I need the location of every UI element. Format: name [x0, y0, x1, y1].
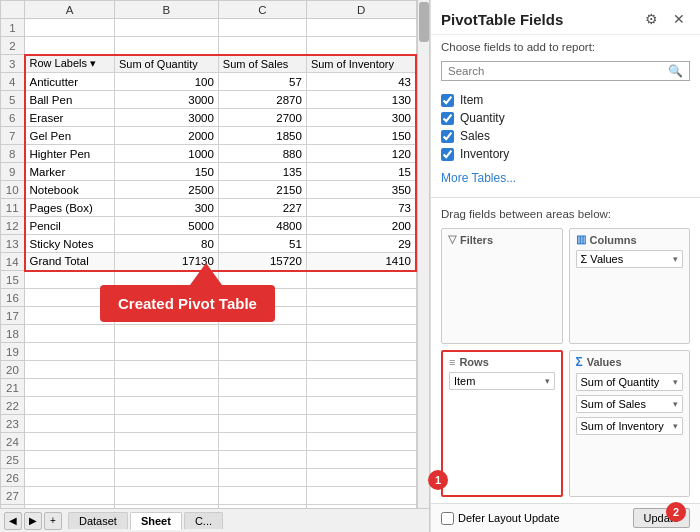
cell[interactable]: 3000 — [114, 109, 218, 127]
field-checkbox-inventory[interactable] — [441, 148, 454, 161]
values-quantity-dropdown[interactable]: ▾ — [673, 377, 678, 387]
cell[interactable] — [218, 325, 306, 343]
field-item-item[interactable]: Item — [441, 91, 690, 109]
cell[interactable] — [306, 325, 416, 343]
cell[interactable]: 2870 — [218, 91, 306, 109]
cell[interactable]: Anticutter — [25, 73, 115, 91]
cell[interactable] — [25, 397, 115, 415]
cell[interactable] — [25, 289, 115, 307]
settings-icon-btn[interactable]: ⚙ — [640, 8, 662, 30]
cell[interactable] — [218, 379, 306, 397]
defer-layout-check[interactable]: Defer Layout Update — [441, 512, 560, 525]
cell[interactable] — [306, 19, 416, 37]
cell[interactable]: Grand Total — [25, 253, 115, 271]
cell[interactable]: Pencil — [25, 217, 115, 235]
cell[interactable]: 100 — [114, 73, 218, 91]
cell[interactable]: 2150 — [218, 181, 306, 199]
cell[interactable]: 80 — [114, 235, 218, 253]
cell[interactable]: 227 — [218, 199, 306, 217]
cell[interactable] — [114, 19, 218, 37]
tab-prev-btn[interactable]: ◀ — [4, 512, 22, 530]
cell[interactable]: Sticky Notes — [25, 235, 115, 253]
cell[interactable] — [25, 361, 115, 379]
cell[interactable] — [218, 433, 306, 451]
cell[interactable]: 150 — [306, 127, 416, 145]
cell[interactable]: 4800 — [218, 217, 306, 235]
cell[interactable]: 300 — [114, 199, 218, 217]
columns-values-item[interactable]: Σ Values ▾ — [576, 250, 684, 268]
cell[interactable] — [114, 379, 218, 397]
field-checkbox-sales[interactable] — [441, 130, 454, 143]
cell[interactable] — [218, 289, 306, 307]
tab-dataset[interactable]: Dataset — [68, 512, 128, 529]
cell[interactable]: Notebook — [25, 181, 115, 199]
cell[interactable] — [25, 433, 115, 451]
search-box[interactable]: 🔍 — [441, 61, 690, 81]
cell[interactable] — [25, 487, 115, 505]
cell[interactable]: 57 — [218, 73, 306, 91]
cell[interactable]: 2500 — [114, 181, 218, 199]
cell[interactable] — [25, 415, 115, 433]
cell[interactable] — [114, 343, 218, 361]
cell[interactable] — [218, 397, 306, 415]
values-inventory-item[interactable]: Sum of Inventory ▾ — [576, 417, 684, 435]
cell[interactable]: 29 — [306, 235, 416, 253]
cell[interactable]: 2700 — [218, 109, 306, 127]
cell[interactable] — [25, 451, 115, 469]
cell[interactable] — [218, 271, 306, 289]
rows-item-item[interactable]: Item ▾ — [449, 372, 555, 390]
cell[interactable]: Marker — [25, 163, 115, 181]
cell[interactable]: Highter Pen — [25, 145, 115, 163]
values-sales-dropdown[interactable]: ▾ — [673, 399, 678, 409]
cell[interactable]: 2000 — [114, 127, 218, 145]
cell[interactable] — [114, 307, 218, 325]
field-checkbox-item[interactable] — [441, 94, 454, 107]
cell[interactable] — [306, 307, 416, 325]
field-item-quantity[interactable]: Quantity — [441, 109, 690, 127]
more-tables-link[interactable]: More Tables... — [431, 169, 700, 193]
cell[interactable] — [306, 469, 416, 487]
cell[interactable]: 350 — [306, 181, 416, 199]
cell[interactable] — [114, 415, 218, 433]
cell[interactable]: 200 — [306, 217, 416, 235]
vertical-scrollbar[interactable] — [417, 0, 429, 508]
values-quantity-item[interactable]: Sum of Quantity ▾ — [576, 373, 684, 391]
values-inventory-dropdown[interactable]: ▾ — [673, 421, 678, 431]
field-item-inventory[interactable]: Inventory — [441, 145, 690, 163]
rows-dropdown-icon[interactable]: ▾ — [545, 376, 550, 386]
cell[interactable] — [114, 451, 218, 469]
cell[interactable] — [114, 289, 218, 307]
cell[interactable]: 1000 — [114, 145, 218, 163]
field-item-sales[interactable]: Sales — [441, 127, 690, 145]
cell[interactable] — [306, 361, 416, 379]
cell[interactable]: Ball Pen — [25, 91, 115, 109]
field-checkbox-quantity[interactable] — [441, 112, 454, 125]
cell[interactable] — [114, 361, 218, 379]
cell[interactable] — [218, 307, 306, 325]
cell[interactable]: 120 — [306, 145, 416, 163]
cell[interactable]: Eraser — [25, 109, 115, 127]
cell[interactable] — [306, 271, 416, 289]
close-icon-btn[interactable]: ✕ — [668, 8, 690, 30]
scroll-thumb[interactable] — [419, 2, 429, 42]
cell[interactable] — [306, 343, 416, 361]
cell[interactable] — [306, 487, 416, 505]
cell[interactable]: Pages (Box) — [25, 199, 115, 217]
cell[interactable] — [218, 469, 306, 487]
cell[interactable] — [218, 451, 306, 469]
cell[interactable] — [114, 469, 218, 487]
cell[interactable]: 135 — [218, 163, 306, 181]
tab-sheet[interactable]: Sheet — [130, 512, 182, 530]
cell[interactable]: Gel Pen — [25, 127, 115, 145]
cell[interactable]: 51 — [218, 235, 306, 253]
columns-dropdown-icon[interactable]: ▾ — [673, 254, 678, 264]
search-input[interactable] — [448, 65, 668, 77]
values-sales-item[interactable]: Sum of Sales ▾ — [576, 395, 684, 413]
cell[interactable] — [218, 487, 306, 505]
cell[interactable] — [218, 343, 306, 361]
cell[interactable] — [114, 433, 218, 451]
cell[interactable]: Row Labels ▾ — [25, 55, 115, 73]
cell[interactable] — [25, 469, 115, 487]
cell[interactable] — [25, 379, 115, 397]
cell[interactable] — [25, 343, 115, 361]
